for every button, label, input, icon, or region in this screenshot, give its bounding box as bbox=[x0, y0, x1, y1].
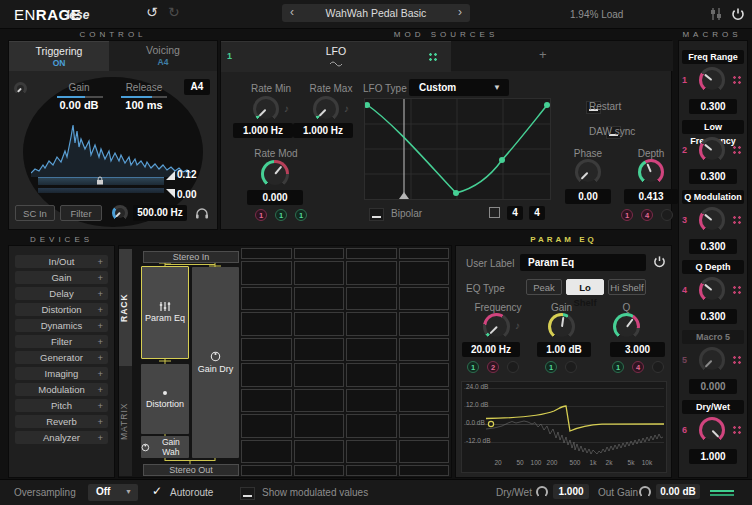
q-knob[interactable] bbox=[613, 313, 640, 340]
matrix-cell[interactable] bbox=[294, 414, 345, 438]
rate-max-knob[interactable] bbox=[313, 96, 339, 122]
lfo-type-dropdown[interactable]: Custom ▼ bbox=[409, 79, 509, 96]
macro-label[interactable]: Q Depth bbox=[682, 260, 744, 274]
add-device-button[interactable]: + bbox=[97, 351, 103, 364]
tab-lfo[interactable]: 1 LFO bbox=[221, 41, 451, 72]
macro-value[interactable]: 0.300 bbox=[689, 239, 737, 254]
macro-knob[interactable] bbox=[699, 417, 725, 443]
matrix-cell[interactable] bbox=[399, 414, 450, 438]
release-slider[interactable] bbox=[121, 96, 167, 98]
rate-mod-value[interactable]: 0.000 bbox=[247, 190, 303, 205]
matrix-cell[interactable] bbox=[241, 465, 292, 476]
macro-value[interactable]: 0.000 bbox=[689, 379, 737, 394]
matrix-cell[interactable] bbox=[399, 465, 450, 476]
add-device-button[interactable]: + bbox=[97, 255, 103, 268]
matrix-cell[interactable] bbox=[346, 465, 397, 476]
matrix-cell[interactable] bbox=[346, 440, 397, 464]
device-category[interactable]: Modulation + bbox=[15, 383, 108, 396]
eq-graph[interactable]: 24.0 dB12.0 dB0.0 dB-12.0 dB 20501002005… bbox=[461, 381, 667, 473]
mod-slot-badge[interactable]: 1 bbox=[467, 361, 479, 373]
matrix-cell[interactable] bbox=[399, 261, 450, 285]
depth-knob[interactable] bbox=[638, 159, 664, 185]
matrix-cell[interactable] bbox=[241, 363, 292, 387]
mod-assign-handle-icon[interactable] bbox=[732, 285, 742, 295]
add-mod-source-button[interactable]: + bbox=[539, 47, 547, 62]
macro-label[interactable]: Macro 5 bbox=[682, 330, 744, 344]
phase-value[interactable]: 0.00 bbox=[565, 189, 611, 204]
macro-knob[interactable] bbox=[699, 207, 725, 233]
matrix-cell[interactable] bbox=[294, 389, 345, 413]
mod-assign-handle-icon[interactable] bbox=[732, 215, 742, 225]
macro-value[interactable]: 0.300 bbox=[689, 309, 737, 324]
rack-node-distortion[interactable]: Distortion bbox=[141, 364, 189, 434]
mod-assign-handle-icon[interactable] bbox=[732, 75, 742, 85]
mod-assign-handle-icon[interactable] bbox=[732, 145, 742, 155]
release-value[interactable]: 100 ms bbox=[114, 99, 174, 111]
rate-min-value[interactable]: 1.000 Hz bbox=[233, 123, 293, 138]
stereo-out-node[interactable]: Stereo Out bbox=[143, 464, 239, 476]
matrix-cell[interactable] bbox=[241, 440, 292, 464]
matrix-cell[interactable] bbox=[294, 312, 345, 336]
mod-slot-badge[interactable]: 1 bbox=[275, 209, 287, 221]
phase-knob[interactable] bbox=[575, 159, 601, 185]
mod-slot-badge[interactable] bbox=[565, 361, 577, 373]
matrix-cell[interactable] bbox=[399, 248, 450, 259]
threshold-slider-high[interactable] bbox=[38, 177, 164, 185]
macro-value[interactable]: 1.000 bbox=[689, 449, 737, 464]
matrix-cell[interactable] bbox=[241, 248, 292, 259]
add-device-button[interactable]: + bbox=[97, 415, 103, 428]
lock-icon[interactable] bbox=[96, 176, 104, 185]
preset-next-button[interactable]: › bbox=[458, 5, 462, 19]
rate-min-knob[interactable] bbox=[253, 96, 279, 122]
rate-mod-knob[interactable] bbox=[261, 160, 289, 188]
matrix-cell[interactable] bbox=[346, 363, 397, 387]
snap-x-value[interactable]: 4 bbox=[507, 206, 523, 220]
bipolar-checkbox[interactable] bbox=[369, 208, 384, 221]
tab-voicing[interactable]: Voicing A4 bbox=[109, 41, 217, 71]
matrix-cell[interactable] bbox=[346, 287, 397, 311]
macro-label[interactable]: Q Modulation bbox=[682, 190, 744, 204]
matrix-cell[interactable] bbox=[294, 465, 345, 476]
macro-label[interactable]: Freq Range bbox=[682, 50, 744, 64]
gain-slider[interactable] bbox=[57, 96, 103, 98]
gain-value[interactable]: 0.00 dB bbox=[49, 99, 109, 111]
depth-value[interactable]: 0.413 bbox=[624, 189, 678, 204]
matrix-cell[interactable] bbox=[294, 363, 345, 387]
out-gain-value[interactable]: 0.00 dB bbox=[656, 484, 700, 499]
matrix-cell[interactable] bbox=[399, 389, 450, 413]
eq-gain-knob[interactable] bbox=[548, 313, 575, 340]
threshold-low-marker[interactable] bbox=[166, 189, 175, 198]
matrix-cell[interactable] bbox=[346, 312, 397, 336]
add-device-button[interactable]: + bbox=[97, 271, 103, 284]
matrix-cell[interactable] bbox=[399, 440, 450, 464]
macro-knob[interactable] bbox=[699, 137, 725, 163]
mod-slot-badge[interactable]: 4 bbox=[641, 209, 653, 221]
add-device-button[interactable]: + bbox=[97, 287, 103, 300]
eq-gain-value[interactable]: 1.00 dB bbox=[537, 342, 591, 357]
matrix-cell[interactable] bbox=[241, 312, 292, 336]
mod-slot-badge[interactable]: 1 bbox=[545, 361, 557, 373]
mod-slot-badge[interactable]: 1 bbox=[612, 361, 624, 373]
add-device-button[interactable]: + bbox=[97, 367, 103, 380]
power-icon[interactable] bbox=[731, 7, 745, 21]
threshold-slider-low[interactable] bbox=[38, 188, 164, 193]
add-device-button[interactable]: + bbox=[97, 335, 103, 348]
control-trim-knob[interactable] bbox=[14, 82, 27, 95]
dry-wet-value[interactable]: 1.000 bbox=[553, 484, 589, 499]
threshold-high-marker[interactable] bbox=[166, 171, 175, 180]
macro-knob[interactable] bbox=[699, 277, 725, 303]
add-device-button[interactable]: + bbox=[97, 399, 103, 412]
mod-assign-handle-icon[interactable] bbox=[428, 52, 438, 62]
redo-button[interactable]: ↻ bbox=[168, 4, 180, 20]
rate-max-sync-note-icon[interactable]: ♪ bbox=[344, 103, 349, 114]
add-device-button[interactable]: + bbox=[97, 303, 103, 316]
frequency-sync-note-icon[interactable]: ♪ bbox=[515, 320, 520, 331]
device-power-icon[interactable] bbox=[653, 255, 666, 268]
matrix-cell[interactable] bbox=[346, 414, 397, 438]
matrix-cell[interactable] bbox=[399, 312, 450, 336]
rack-node-gain-wah[interactable]: Gain Wah bbox=[141, 436, 189, 458]
dry-wet-knob[interactable] bbox=[536, 486, 548, 498]
matrix-cell[interactable] bbox=[241, 389, 292, 413]
matrix-cell[interactable] bbox=[346, 261, 397, 285]
mod-slot-badge[interactable] bbox=[652, 361, 664, 373]
